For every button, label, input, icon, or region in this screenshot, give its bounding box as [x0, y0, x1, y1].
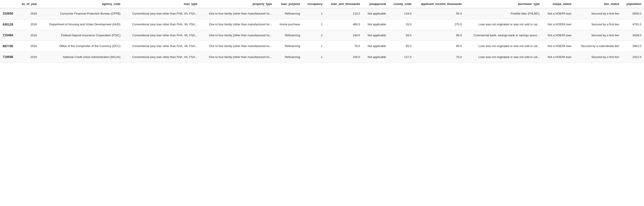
- table-header-row: as_of_year agency_code loan_type propert…: [0, 0, 644, 8]
- cell-occupancy: 2: [303, 30, 325, 41]
- cell-as-of-year: 2016: [17, 52, 40, 63]
- cell-population: 5930.0: [622, 8, 644, 19]
- cell-purchaser-type: Freddie Mac (FHLMC): [464, 8, 542, 19]
- cell-as-of-year: 2016: [17, 41, 40, 52]
- cell-loan-amt: 110.0: [325, 8, 363, 19]
- cell-preapproval: Not applicable: [363, 41, 388, 52]
- cell-preapproval: Not applicable: [363, 30, 388, 41]
- cell-population: 2422.0: [622, 52, 644, 63]
- cell-applicant-income: 70.0: [414, 52, 464, 63]
- cell-county-code: 33.0: [389, 19, 414, 30]
- cell-agency-code: Department of Housing and Urban Developm…: [40, 19, 123, 30]
- cell-county-code: 127.0: [389, 52, 414, 63]
- table-row: 6301292016Department of Housing and Urba…: [0, 19, 644, 30]
- cell-population: 3439.0: [622, 30, 644, 41]
- cell-hoepa-status: Not a HOEPA loan: [542, 8, 574, 19]
- cell-row-id: 310650: [0, 8, 17, 19]
- cell-hoepa-status: Not a HOEPA loan: [542, 52, 574, 63]
- cell-property-type: One to four-family (other than manufactu…: [200, 30, 275, 41]
- data-table: as_of_year agency_code loan_type propert…: [0, 0, 644, 63]
- cell-loan-amt: 100.0: [325, 52, 363, 63]
- cell-applicant-income: 85.0: [414, 41, 464, 52]
- cell-loan-amt: 76.0: [325, 41, 363, 52]
- cell-agency-code: National Credit Union Administration (NC…: [40, 52, 123, 63]
- table-row: 7154842016Federal Deposit Insurance Corp…: [0, 30, 644, 41]
- cell-occupancy: 1: [303, 8, 325, 19]
- col-header-agency-code: agency_code: [40, 0, 123, 8]
- col-header-purchaser-type: purchaser_type: [464, 0, 542, 8]
- cell-loan-type: Conventional (any loan other than FHA, V…: [123, 52, 200, 63]
- table-body: 3106502016Consumer Financial Protection …: [0, 8, 644, 62]
- col-header-county-code: county_code: [389, 0, 414, 8]
- col-header-loan-amt: loan_amt_thousands: [325, 0, 363, 8]
- cell-county-code: 59.0: [389, 30, 414, 41]
- table-row: 8877082016Office of the Comptroller of t…: [0, 41, 644, 52]
- col-header-hoepa-status: hoepa_status: [542, 0, 574, 8]
- cell-row-id: 630129: [0, 19, 17, 30]
- col-header-as-of-year: as_of_year: [17, 0, 40, 8]
- col-header-loan-purpose: loan_purpose: [275, 0, 303, 8]
- cell-agency-code: Federal Deposit Insurance Corporation (F…: [40, 30, 123, 41]
- cell-agency-code: Office of the Comptroller of the Currenc…: [40, 41, 123, 52]
- col-header-property-type: property_type: [200, 0, 275, 8]
- cell-as-of-year: 2016: [17, 19, 40, 30]
- data-table-wrapper: as_of_year agency_code loan_type propert…: [0, 0, 644, 63]
- cell-county-code: 65.0: [389, 41, 414, 52]
- cell-agency-code: Consumer Financial Protection Bureau (CF…: [40, 8, 123, 19]
- cell-hoepa-status: Not a HOEPA loan: [542, 30, 574, 41]
- cell-loan-purpose: Refinancing: [275, 41, 303, 52]
- cell-as-of-year: 2016: [17, 30, 40, 41]
- table-row: 7195982016National Credit Union Administ…: [0, 52, 644, 63]
- cell-lien-status: Secured by a first lien: [574, 19, 622, 30]
- cell-preapproval: Not applicable: [363, 52, 388, 63]
- cell-applicant-income: 270.0: [414, 19, 464, 30]
- cell-purchaser-type: Loan was not originated or was not sold …: [464, 19, 542, 30]
- col-header-preapproval: preapproval: [363, 0, 388, 8]
- cell-row-id: 887708: [0, 41, 17, 52]
- cell-property-type: One to four-family (other than manufactu…: [200, 41, 275, 52]
- col-header-applicant-income: applicant_income_thousands: [414, 0, 464, 8]
- cell-loan-type: Conventional (any loan other than FHA, V…: [123, 19, 200, 30]
- cell-loan-purpose: Refinancing: [275, 8, 303, 19]
- cell-as-of-year: 2016: [17, 8, 40, 19]
- cell-property-type: One to four-family (other than manufactu…: [200, 8, 275, 19]
- cell-applicant-income: 55.0: [414, 8, 464, 19]
- col-header-loan-type: loan_type: [123, 0, 200, 8]
- cell-population: 4791.0: [622, 19, 644, 30]
- cell-purchaser-type: Loan was not originated or was not sold …: [464, 52, 542, 63]
- cell-applicant-income: 96.0: [414, 30, 464, 41]
- cell-occupancy: 1: [303, 19, 325, 30]
- cell-preapproval: Not applicable: [363, 8, 388, 19]
- cell-hoepa-status: Not a HOEPA loan: [542, 41, 574, 52]
- cell-population: 3952.0: [622, 41, 644, 52]
- cell-loan-type: Conventional (any loan other than FHA, V…: [123, 8, 200, 19]
- cell-county-code: 119.0: [389, 8, 414, 19]
- cell-property-type: One to four-family (other than manufactu…: [200, 19, 275, 30]
- col-header-occupancy: occupancy: [303, 0, 325, 8]
- cell-preapproval: Not applicable: [363, 19, 388, 30]
- cell-row-id: 715484: [0, 30, 17, 41]
- col-header-population: population: [622, 0, 644, 8]
- cell-hoepa-status: Not a HOEPA loan: [542, 19, 574, 30]
- cell-loan-purpose: Refinancing: [275, 52, 303, 63]
- cell-row-id: 719598: [0, 52, 17, 63]
- cell-lien-status: Secured by a first lien: [574, 52, 622, 63]
- cell-lien-status: Secured by a first lien: [574, 8, 622, 19]
- col-header-row-id: [0, 0, 17, 8]
- cell-lien-status: Secured by a subordinate lien: [574, 41, 622, 52]
- cell-lien-status: Secured by a first lien: [574, 30, 622, 41]
- cell-loan-type: Conventional (any loan other than FHA, V…: [123, 41, 200, 52]
- cell-loan-purpose: Home purchase: [275, 19, 303, 30]
- cell-loan-purpose: Refinancing: [275, 30, 303, 41]
- cell-loan-amt: 480.0: [325, 19, 363, 30]
- cell-loan-amt: 240.0: [325, 30, 363, 41]
- cell-occupancy: 1: [303, 41, 325, 52]
- cell-loan-type: Conventional (any loan other than FHA, V…: [123, 30, 200, 41]
- table-row: 3106502016Consumer Financial Protection …: [0, 8, 644, 19]
- cell-occupancy: 1: [303, 52, 325, 63]
- col-header-lien-status: lien_status: [574, 0, 622, 8]
- cell-purchaser-type: Loan was not originated or was not sold …: [464, 41, 542, 52]
- cell-property-type: One to four-family (other than manufactu…: [200, 52, 275, 63]
- cell-purchaser-type: Commercial bank, savings bank or savings…: [464, 30, 542, 41]
